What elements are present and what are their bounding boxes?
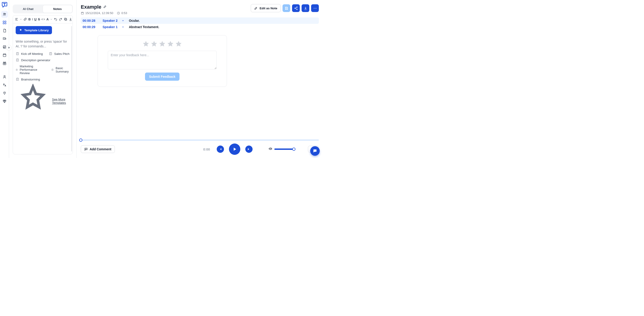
svg-point-25: [316, 8, 316, 8]
strike-icon[interactable]: S: [38, 17, 40, 22]
copy-icon[interactable]: [64, 17, 68, 22]
star-icon[interactable]: [167, 40, 174, 48]
template-item[interactable]: Kick off Meeting: [16, 52, 43, 55]
italic-icon[interactable]: I: [32, 17, 33, 22]
template-library-button[interactable]: Template Library: [16, 26, 52, 34]
transcript-pane: Example 15/12/2024, 12:39:50 0:53 Edit a…: [77, 0, 322, 158]
template-item[interactable]: Marketing Performance Review: [16, 65, 46, 75]
share-icon[interactable]: [292, 4, 300, 12]
transcript-timestamp[interactable]: 00:00:29: [82, 25, 99, 29]
template-item[interactable]: Brainstorming: [16, 77, 40, 81]
sidebar-plug-icon[interactable]: [1, 90, 8, 97]
current-time: 0:00: [203, 147, 210, 151]
transcript-speaker[interactable]: Speaker 2: [102, 19, 125, 22]
tab-notes[interactable]: Notes: [43, 5, 72, 13]
svg-rect-10: [65, 18, 67, 20]
prev-track-button[interactable]: [217, 146, 224, 153]
sidebar-gift-icon[interactable]: [1, 60, 8, 67]
feedback-textarea[interactable]: [108, 51, 217, 69]
doc-date: 15/12/2024, 12:39:50: [81, 11, 113, 15]
undo-icon[interactable]: [54, 17, 58, 22]
download-icon[interactable]: [302, 4, 309, 12]
transcript-row[interactable]: 00:00:29 Speaker 1 Abstract Testament.: [81, 24, 319, 30]
svg-point-9: [4, 75, 5, 77]
volume-bar[interactable]: [274, 148, 294, 150]
sidebar-diamond-icon[interactable]: [1, 98, 8, 105]
redo-icon[interactable]: [59, 17, 62, 22]
editor-placeholder: Write something, or press 'space' for AI…: [16, 39, 70, 49]
template-library-label: Template Library: [24, 28, 49, 32]
svg-rect-4: [3, 23, 4, 24]
volume-icon[interactable]: [268, 147, 272, 151]
svg-rect-5: [5, 23, 6, 24]
audio-player: Add Comment 0:00 1x: [81, 138, 319, 158]
template-item[interactable]: Sales Pitch: [49, 52, 70, 55]
editor-toolbar: B I U S A: [13, 15, 72, 23]
svg-rect-14: [16, 59, 18, 61]
font-color-icon[interactable]: A: [46, 17, 48, 22]
template-item[interactable]: Basic Summary: [51, 65, 70, 75]
add-comment-button[interactable]: Add Comment: [81, 145, 115, 153]
document-title: Example: [81, 4, 102, 10]
template-item[interactable]: Description generator: [16, 58, 50, 62]
align-icon[interactable]: [15, 17, 18, 22]
underline-icon[interactable]: U: [34, 17, 36, 22]
svg-rect-3: [5, 21, 6, 22]
star-icon[interactable]: [142, 40, 150, 48]
svg-point-0: [4, 13, 4, 14]
transcript-speaker[interactable]: Speaker 1: [102, 25, 125, 29]
sidebar-document-icon[interactable]: [1, 27, 8, 34]
svg-rect-2: [3, 21, 4, 22]
star-icon[interactable]: [150, 40, 158, 48]
transcript-text: Ocular.: [129, 19, 140, 22]
star-icon[interactable]: [175, 40, 182, 48]
svg-rect-15: [16, 69, 18, 70]
edit-title-icon[interactable]: [103, 5, 107, 9]
bold-icon[interactable]: B: [28, 17, 31, 22]
sidebar-user-icon[interactable]: [1, 73, 8, 80]
next-track-button[interactable]: [245, 146, 252, 153]
svg-rect-13: [50, 53, 52, 55]
see-more-templates-link[interactable]: See More Templates: [16, 84, 70, 118]
download-icon[interactable]: [69, 17, 72, 22]
svg-rect-18: [81, 12, 83, 14]
submit-feedback-button[interactable]: Submit Feedback: [145, 72, 180, 81]
svg-point-24: [315, 8, 315, 8]
sidebar-people-icon[interactable]: [1, 11, 8, 18]
star-icon[interactable]: [158, 40, 166, 48]
svg-rect-7: [3, 54, 6, 57]
app-logo[interactable]: [1, 1, 8, 8]
transcript: 00:00:28 Speaker 2 Ocular. 00:00:29 Spea…: [81, 17, 319, 30]
scrollbar[interactable]: [71, 26, 72, 151]
notes-pane: AI Chat Notes B I U S A: [9, 0, 77, 158]
link-icon[interactable]: [23, 17, 27, 22]
feedback-card: Submit Feedback: [98, 35, 227, 87]
sidebar-expand-button[interactable]: [6, 45, 12, 50]
play-button[interactable]: [229, 143, 240, 155]
transcript-timestamp[interactable]: 00:00:28: [82, 19, 99, 22]
floating-chat-button[interactable]: [310, 146, 320, 156]
more-icon[interactable]: [311, 4, 319, 12]
svg-point-23: [314, 8, 314, 8]
editor-body[interactable]: Template Library Write something, or pre…: [13, 23, 72, 154]
chevron-down-icon[interactable]: [50, 17, 52, 22]
sidebar-calendar-icon[interactable]: [1, 52, 8, 58]
volume-thumb[interactable]: [292, 148, 296, 151]
seek-thumb[interactable]: [79, 138, 82, 142]
save-icon[interactable]: [282, 4, 290, 12]
code-icon[interactable]: [41, 17, 45, 22]
edit-as-note-button[interactable]: Edit as Note: [251, 4, 281, 12]
transcript-row[interactable]: 00:00:28 Speaker 2 Ocular.: [81, 17, 319, 24]
tab-ai-chat[interactable]: AI Chat: [14, 5, 43, 13]
pane-tabs: AI Chat Notes: [13, 4, 73, 13]
template-suggestions: Kick off Meeting Sales Pitch Description…: [16, 52, 70, 118]
sidebar-chat-icon[interactable]: [1, 35, 8, 42]
sidebar-translate-icon[interactable]: [1, 82, 8, 88]
svg-point-1: [5, 13, 6, 14]
transcript-text: Abstract Testament.: [129, 25, 159, 29]
rating-stars[interactable]: [142, 40, 182, 48]
sidebar-dashboard-icon[interactable]: [1, 19, 8, 26]
seek-bar[interactable]: [81, 139, 319, 141]
svg-rect-11: [64, 18, 66, 20]
chevron-down-icon[interactable]: [20, 17, 22, 22]
